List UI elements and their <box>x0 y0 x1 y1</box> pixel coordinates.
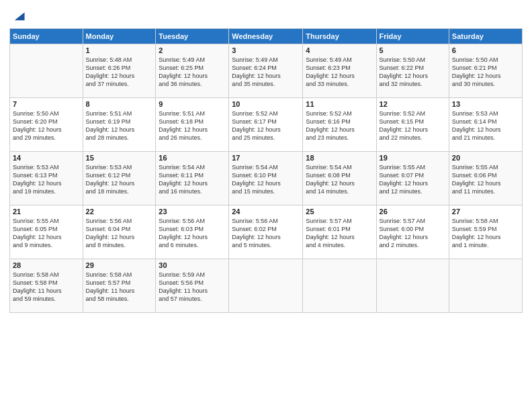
day-cell: 14Sunrise: 5:53 AM Sunset: 6:13 PM Dayli… <box>10 152 83 205</box>
day-cell: 1Sunrise: 5:48 AM Sunset: 6:26 PM Daylig… <box>83 44 156 98</box>
weekday-thursday: Thursday <box>303 29 376 44</box>
day-info: Sunrise: 5:50 AM Sunset: 6:20 PM Dayligh… <box>13 109 80 142</box>
day-info: Sunrise: 5:52 AM Sunset: 6:17 PM Dayligh… <box>232 109 300 142</box>
day-info: Sunrise: 5:50 AM Sunset: 6:21 PM Dayligh… <box>452 56 519 89</box>
day-cell: 4Sunrise: 5:49 AM Sunset: 6:23 PM Daylig… <box>303 44 376 98</box>
day-cell: 18Sunrise: 5:54 AM Sunset: 6:08 PM Dayli… <box>303 152 376 205</box>
logo-icon <box>11 9 26 24</box>
day-info: Sunrise: 5:55 AM Sunset: 6:07 PM Dayligh… <box>380 163 446 196</box>
day-cell: 11Sunrise: 5:52 AM Sunset: 6:16 PM Dayli… <box>303 98 376 152</box>
day-number: 3 <box>232 46 300 54</box>
day-number: 23 <box>159 208 226 216</box>
day-info: Sunrise: 5:53 AM Sunset: 6:12 PM Dayligh… <box>86 163 153 196</box>
day-number: 17 <box>232 154 300 162</box>
day-info: Sunrise: 5:58 AM Sunset: 5:57 PM Dayligh… <box>86 271 153 304</box>
weekday-monday: Monday <box>83 29 156 44</box>
day-cell: 9Sunrise: 5:51 AM Sunset: 6:18 PM Daylig… <box>156 98 229 152</box>
weekday-wednesday: Wednesday <box>229 29 303 44</box>
day-info: Sunrise: 5:52 AM Sunset: 6:16 PM Dayligh… <box>306 109 373 142</box>
day-number: 26 <box>380 208 446 216</box>
day-cell: 19Sunrise: 5:55 AM Sunset: 6:07 PM Dayli… <box>376 152 449 205</box>
day-cell: 21Sunrise: 5:55 AM Sunset: 6:05 PM Dayli… <box>10 205 83 259</box>
day-number: 15 <box>86 154 153 162</box>
weekday-header-row: SundayMondayTuesdayWednesdayThursdayFrid… <box>10 29 523 44</box>
week-row-5: 28Sunrise: 5:58 AM Sunset: 5:58 PM Dayli… <box>10 259 523 313</box>
day-cell: 29Sunrise: 5:58 AM Sunset: 5:57 PM Dayli… <box>83 259 156 313</box>
day-cell: 26Sunrise: 5:57 AM Sunset: 6:00 PM Dayli… <box>376 205 449 259</box>
day-info: Sunrise: 5:52 AM Sunset: 6:15 PM Dayligh… <box>380 109 446 142</box>
day-number: 12 <box>380 100 446 108</box>
day-number: 29 <box>86 261 153 269</box>
day-number: 11 <box>306 100 373 108</box>
day-info: Sunrise: 5:59 AM Sunset: 5:56 PM Dayligh… <box>159 271 226 304</box>
day-cell <box>10 44 83 98</box>
day-info: Sunrise: 5:57 AM Sunset: 6:01 PM Dayligh… <box>306 217 373 250</box>
day-cell: 23Sunrise: 5:56 AM Sunset: 6:03 PM Dayli… <box>156 205 229 259</box>
day-number: 19 <box>380 154 446 162</box>
day-number: 5 <box>380 46 446 54</box>
day-info: Sunrise: 5:48 AM Sunset: 6:26 PM Dayligh… <box>86 56 153 89</box>
day-number: 30 <box>159 261 226 269</box>
day-cell: 6Sunrise: 5:50 AM Sunset: 6:21 PM Daylig… <box>449 44 522 98</box>
day-cell: 12Sunrise: 5:52 AM Sunset: 6:15 PM Dayli… <box>376 98 449 152</box>
day-cell: 5Sunrise: 5:50 AM Sunset: 6:22 PM Daylig… <box>376 44 449 98</box>
day-cell: 22Sunrise: 5:56 AM Sunset: 6:04 PM Dayli… <box>83 205 156 259</box>
weekday-sunday: Sunday <box>10 29 83 44</box>
calendar-table: SundayMondayTuesdayWednesdayThursdayFrid… <box>9 28 523 313</box>
day-cell: 13Sunrise: 5:53 AM Sunset: 6:14 PM Dayli… <box>449 98 522 152</box>
day-info: Sunrise: 5:57 AM Sunset: 6:00 PM Dayligh… <box>380 217 446 250</box>
svg-marker-1 <box>15 12 25 20</box>
day-info: Sunrise: 5:56 AM Sunset: 6:04 PM Dayligh… <box>86 217 153 250</box>
day-number: 9 <box>159 100 226 108</box>
day-cell: 7Sunrise: 5:50 AM Sunset: 6:20 PM Daylig… <box>10 98 83 152</box>
day-number: 27 <box>452 208 519 216</box>
day-info: Sunrise: 5:56 AM Sunset: 6:02 PM Dayligh… <box>232 217 300 250</box>
day-info: Sunrise: 5:49 AM Sunset: 6:23 PM Dayligh… <box>306 56 373 89</box>
day-number: 8 <box>86 100 153 108</box>
day-cell <box>449 259 522 313</box>
day-number: 1 <box>86 46 153 54</box>
week-row-1: 1Sunrise: 5:48 AM Sunset: 6:26 PM Daylig… <box>10 44 523 98</box>
day-cell: 3Sunrise: 5:49 AM Sunset: 6:24 PM Daylig… <box>229 44 303 98</box>
day-number: 4 <box>306 46 373 54</box>
day-cell: 17Sunrise: 5:54 AM Sunset: 6:10 PM Dayli… <box>229 152 303 205</box>
day-cell: 27Sunrise: 5:58 AM Sunset: 5:59 PM Dayli… <box>449 205 522 259</box>
day-cell: 2Sunrise: 5:49 AM Sunset: 6:25 PM Daylig… <box>156 44 229 98</box>
day-info: Sunrise: 5:54 AM Sunset: 6:08 PM Dayligh… <box>306 163 373 196</box>
day-cell: 28Sunrise: 5:58 AM Sunset: 5:58 PM Dayli… <box>10 259 83 313</box>
day-info: Sunrise: 5:50 AM Sunset: 6:22 PM Dayligh… <box>380 56 446 89</box>
day-number: 16 <box>159 154 226 162</box>
day-cell: 10Sunrise: 5:52 AM Sunset: 6:17 PM Dayli… <box>229 98 303 152</box>
day-number: 24 <box>232 208 300 216</box>
day-number: 6 <box>452 46 519 54</box>
header <box>9 7 523 24</box>
day-cell: 25Sunrise: 5:57 AM Sunset: 6:01 PM Dayli… <box>303 205 376 259</box>
weekday-tuesday: Tuesday <box>156 29 229 44</box>
day-info: Sunrise: 5:51 AM Sunset: 6:18 PM Dayligh… <box>159 109 226 142</box>
day-cell <box>376 259 449 313</box>
day-info: Sunrise: 5:49 AM Sunset: 6:24 PM Dayligh… <box>232 56 300 89</box>
day-info: Sunrise: 5:54 AM Sunset: 6:11 PM Dayligh… <box>159 163 226 196</box>
day-info: Sunrise: 5:56 AM Sunset: 6:03 PM Dayligh… <box>159 217 226 250</box>
day-number: 13 <box>452 100 519 108</box>
day-number: 2 <box>159 46 226 54</box>
week-row-2: 7Sunrise: 5:50 AM Sunset: 6:20 PM Daylig… <box>10 98 523 152</box>
logo <box>9 9 26 24</box>
day-info: Sunrise: 5:49 AM Sunset: 6:25 PM Dayligh… <box>159 56 226 89</box>
day-cell: 24Sunrise: 5:56 AM Sunset: 6:02 PM Dayli… <box>229 205 303 259</box>
week-row-3: 14Sunrise: 5:53 AM Sunset: 6:13 PM Dayli… <box>10 152 523 205</box>
page: SundayMondayTuesdayWednesdayThursdayFrid… <box>0 0 532 411</box>
day-info: Sunrise: 5:58 AM Sunset: 5:59 PM Dayligh… <box>452 217 519 250</box>
day-cell <box>229 259 303 313</box>
day-number: 7 <box>13 100 80 108</box>
day-cell: 8Sunrise: 5:51 AM Sunset: 6:19 PM Daylig… <box>83 98 156 152</box>
day-info: Sunrise: 5:53 AM Sunset: 6:13 PM Dayligh… <box>13 163 80 196</box>
day-number: 21 <box>13 208 80 216</box>
weekday-friday: Friday <box>376 29 449 44</box>
day-cell: 16Sunrise: 5:54 AM Sunset: 6:11 PM Dayli… <box>156 152 229 205</box>
day-info: Sunrise: 5:58 AM Sunset: 5:58 PM Dayligh… <box>13 271 80 304</box>
day-info: Sunrise: 5:55 AM Sunset: 6:06 PM Dayligh… <box>452 163 519 196</box>
day-cell: 20Sunrise: 5:55 AM Sunset: 6:06 PM Dayli… <box>449 152 522 205</box>
day-number: 10 <box>232 100 300 108</box>
day-number: 20 <box>452 154 519 162</box>
